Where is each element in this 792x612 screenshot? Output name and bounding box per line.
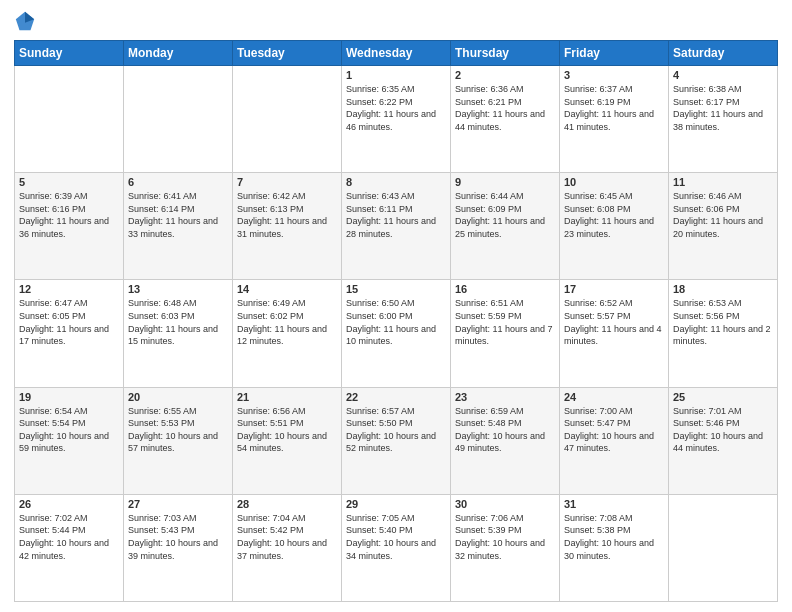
- day-info: Sunrise: 7:03 AM Sunset: 5:43 PM Dayligh…: [128, 512, 228, 562]
- calendar-cell: 4Sunrise: 6:38 AM Sunset: 6:17 PM Daylig…: [669, 66, 778, 173]
- calendar-cell: 14Sunrise: 6:49 AM Sunset: 6:02 PM Dayli…: [233, 280, 342, 387]
- day-info: Sunrise: 7:00 AM Sunset: 5:47 PM Dayligh…: [564, 405, 664, 455]
- calendar-cell: 25Sunrise: 7:01 AM Sunset: 5:46 PM Dayli…: [669, 387, 778, 494]
- calendar-cell: 12Sunrise: 6:47 AM Sunset: 6:05 PM Dayli…: [15, 280, 124, 387]
- day-info: Sunrise: 6:39 AM Sunset: 6:16 PM Dayligh…: [19, 190, 119, 240]
- day-number: 23: [455, 391, 555, 403]
- day-number: 8: [346, 176, 446, 188]
- day-number: 26: [19, 498, 119, 510]
- col-header-thursday: Thursday: [451, 41, 560, 66]
- calendar-cell: 2Sunrise: 6:36 AM Sunset: 6:21 PM Daylig…: [451, 66, 560, 173]
- day-info: Sunrise: 6:52 AM Sunset: 5:57 PM Dayligh…: [564, 297, 664, 347]
- day-number: 16: [455, 283, 555, 295]
- col-header-wednesday: Wednesday: [342, 41, 451, 66]
- day-info: Sunrise: 6:50 AM Sunset: 6:00 PM Dayligh…: [346, 297, 446, 347]
- day-number: 6: [128, 176, 228, 188]
- day-info: Sunrise: 6:57 AM Sunset: 5:50 PM Dayligh…: [346, 405, 446, 455]
- col-header-saturday: Saturday: [669, 41, 778, 66]
- calendar-cell: 24Sunrise: 7:00 AM Sunset: 5:47 PM Dayli…: [560, 387, 669, 494]
- day-number: 5: [19, 176, 119, 188]
- day-number: 20: [128, 391, 228, 403]
- col-header-friday: Friday: [560, 41, 669, 66]
- day-info: Sunrise: 7:02 AM Sunset: 5:44 PM Dayligh…: [19, 512, 119, 562]
- day-number: 25: [673, 391, 773, 403]
- calendar-cell: 23Sunrise: 6:59 AM Sunset: 5:48 PM Dayli…: [451, 387, 560, 494]
- day-number: 17: [564, 283, 664, 295]
- day-info: Sunrise: 7:01 AM Sunset: 5:46 PM Dayligh…: [673, 405, 773, 455]
- day-number: 28: [237, 498, 337, 510]
- col-header-tuesday: Tuesday: [233, 41, 342, 66]
- day-number: 18: [673, 283, 773, 295]
- calendar-cell: 10Sunrise: 6:45 AM Sunset: 6:08 PM Dayli…: [560, 173, 669, 280]
- calendar-cell: 3Sunrise: 6:37 AM Sunset: 6:19 PM Daylig…: [560, 66, 669, 173]
- day-info: Sunrise: 6:49 AM Sunset: 6:02 PM Dayligh…: [237, 297, 337, 347]
- calendar-cell: 20Sunrise: 6:55 AM Sunset: 5:53 PM Dayli…: [124, 387, 233, 494]
- day-info: Sunrise: 6:54 AM Sunset: 5:54 PM Dayligh…: [19, 405, 119, 455]
- calendar-cell: 29Sunrise: 7:05 AM Sunset: 5:40 PM Dayli…: [342, 494, 451, 601]
- day-info: Sunrise: 6:45 AM Sunset: 6:08 PM Dayligh…: [564, 190, 664, 240]
- day-number: 10: [564, 176, 664, 188]
- calendar-cell: 28Sunrise: 7:04 AM Sunset: 5:42 PM Dayli…: [233, 494, 342, 601]
- day-number: 21: [237, 391, 337, 403]
- calendar-cell: [669, 494, 778, 601]
- day-number: 22: [346, 391, 446, 403]
- day-number: 9: [455, 176, 555, 188]
- calendar-cell: 30Sunrise: 7:06 AM Sunset: 5:39 PM Dayli…: [451, 494, 560, 601]
- calendar-cell: [233, 66, 342, 173]
- day-info: Sunrise: 6:55 AM Sunset: 5:53 PM Dayligh…: [128, 405, 228, 455]
- calendar-cell: 15Sunrise: 6:50 AM Sunset: 6:00 PM Dayli…: [342, 280, 451, 387]
- calendar-cell: 13Sunrise: 6:48 AM Sunset: 6:03 PM Dayli…: [124, 280, 233, 387]
- day-info: Sunrise: 6:35 AM Sunset: 6:22 PM Dayligh…: [346, 83, 446, 133]
- calendar-cell: 17Sunrise: 6:52 AM Sunset: 5:57 PM Dayli…: [560, 280, 669, 387]
- calendar-cell: 21Sunrise: 6:56 AM Sunset: 5:51 PM Dayli…: [233, 387, 342, 494]
- col-header-monday: Monday: [124, 41, 233, 66]
- logo-icon: [14, 10, 36, 32]
- calendar-cell: 18Sunrise: 6:53 AM Sunset: 5:56 PM Dayli…: [669, 280, 778, 387]
- day-number: 14: [237, 283, 337, 295]
- day-info: Sunrise: 7:08 AM Sunset: 5:38 PM Dayligh…: [564, 512, 664, 562]
- day-number: 7: [237, 176, 337, 188]
- day-number: 27: [128, 498, 228, 510]
- day-info: Sunrise: 6:59 AM Sunset: 5:48 PM Dayligh…: [455, 405, 555, 455]
- day-info: Sunrise: 7:05 AM Sunset: 5:40 PM Dayligh…: [346, 512, 446, 562]
- calendar-cell: 26Sunrise: 7:02 AM Sunset: 5:44 PM Dayli…: [15, 494, 124, 601]
- calendar-cell: 19Sunrise: 6:54 AM Sunset: 5:54 PM Dayli…: [15, 387, 124, 494]
- day-info: Sunrise: 6:47 AM Sunset: 6:05 PM Dayligh…: [19, 297, 119, 347]
- day-info: Sunrise: 6:37 AM Sunset: 6:19 PM Dayligh…: [564, 83, 664, 133]
- calendar-cell: 22Sunrise: 6:57 AM Sunset: 5:50 PM Dayli…: [342, 387, 451, 494]
- day-info: Sunrise: 6:48 AM Sunset: 6:03 PM Dayligh…: [128, 297, 228, 347]
- day-info: Sunrise: 6:56 AM Sunset: 5:51 PM Dayligh…: [237, 405, 337, 455]
- day-info: Sunrise: 7:04 AM Sunset: 5:42 PM Dayligh…: [237, 512, 337, 562]
- calendar-cell: 7Sunrise: 6:42 AM Sunset: 6:13 PM Daylig…: [233, 173, 342, 280]
- day-number: 2: [455, 69, 555, 81]
- day-info: Sunrise: 6:53 AM Sunset: 5:56 PM Dayligh…: [673, 297, 773, 347]
- day-number: 30: [455, 498, 555, 510]
- calendar-cell: 31Sunrise: 7:08 AM Sunset: 5:38 PM Dayli…: [560, 494, 669, 601]
- logo: [14, 10, 40, 32]
- day-number: 11: [673, 176, 773, 188]
- day-number: 1: [346, 69, 446, 81]
- calendar-cell: 8Sunrise: 6:43 AM Sunset: 6:11 PM Daylig…: [342, 173, 451, 280]
- day-number: 4: [673, 69, 773, 81]
- header: [14, 10, 778, 32]
- calendar-cell: [15, 66, 124, 173]
- calendar-cell: [124, 66, 233, 173]
- day-info: Sunrise: 7:06 AM Sunset: 5:39 PM Dayligh…: [455, 512, 555, 562]
- day-number: 19: [19, 391, 119, 403]
- day-number: 15: [346, 283, 446, 295]
- day-number: 29: [346, 498, 446, 510]
- day-info: Sunrise: 6:43 AM Sunset: 6:11 PM Dayligh…: [346, 190, 446, 240]
- day-number: 31: [564, 498, 664, 510]
- calendar-cell: 1Sunrise: 6:35 AM Sunset: 6:22 PM Daylig…: [342, 66, 451, 173]
- calendar-cell: 6Sunrise: 6:41 AM Sunset: 6:14 PM Daylig…: [124, 173, 233, 280]
- day-info: Sunrise: 6:38 AM Sunset: 6:17 PM Dayligh…: [673, 83, 773, 133]
- day-info: Sunrise: 6:51 AM Sunset: 5:59 PM Dayligh…: [455, 297, 555, 347]
- day-info: Sunrise: 6:41 AM Sunset: 6:14 PM Dayligh…: [128, 190, 228, 240]
- day-info: Sunrise: 6:36 AM Sunset: 6:21 PM Dayligh…: [455, 83, 555, 133]
- day-number: 13: [128, 283, 228, 295]
- day-number: 12: [19, 283, 119, 295]
- day-number: 3: [564, 69, 664, 81]
- day-number: 24: [564, 391, 664, 403]
- calendar-cell: 27Sunrise: 7:03 AM Sunset: 5:43 PM Dayli…: [124, 494, 233, 601]
- calendar-table: SundayMondayTuesdayWednesdayThursdayFrid…: [14, 40, 778, 602]
